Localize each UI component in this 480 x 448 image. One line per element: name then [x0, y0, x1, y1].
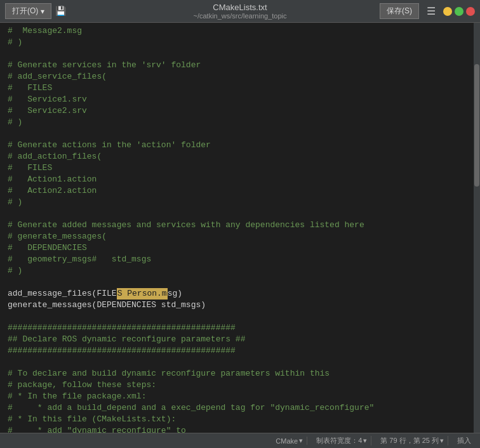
code-line: # DEPENDENCIES: [0, 242, 480, 254]
code-line: # add_service_files(: [0, 71, 480, 82]
language-label: CMake: [276, 437, 298, 445]
open-label: 打开(O): [12, 6, 38, 16]
statusbar: CMake ▾ 制表符宽度：4 ▾ 第 79 行，第 25 列 ▾ 插入: [0, 433, 480, 448]
code-line: [0, 48, 480, 60]
insert-mode-label: 插入: [457, 436, 471, 445]
code-line: # add_action_files(: [0, 151, 480, 162]
code-line: # FILES: [0, 162, 480, 174]
maximize-button[interactable]: [455, 7, 463, 16]
position-indicator[interactable]: 第 79 行，第 25 列 ▾: [377, 436, 448, 445]
code-line: # ): [0, 197, 480, 208]
code-line: # Service1.srv: [0, 94, 480, 105]
code-line: ## Declare ROS dynamic reconfigure param…: [0, 334, 480, 345]
code-line: # Generate services in the 'srv' folder: [0, 60, 480, 71]
highlighted-word: S Person.m: [117, 288, 168, 300]
code-line: # FILES: [0, 82, 480, 94]
insert-mode-indicator[interactable]: 插入: [453, 436, 475, 445]
code-line: ########################################…: [0, 322, 480, 334]
titlebar: 打开(O) ▾ 💾 CMakeLists.txt ~/catkin_ws/src…: [0, 0, 480, 23]
scrollbar-thumb[interactable]: [474, 64, 479, 187]
open-button[interactable]: 打开(O) ▾: [5, 3, 51, 19]
code-line: # ): [0, 37, 480, 48]
code-line: # geometry_msgs# std_msgs: [0, 254, 480, 265]
code-line: # Action1.action: [0, 174, 480, 185]
language-arrow-icon: ▾: [299, 437, 303, 445]
code-line: [0, 311, 480, 322]
code-line: # * add a build_depend and a exec_depend…: [0, 402, 480, 414]
code-line: add_message_files(FILES Person.msg): [0, 288, 480, 300]
code-line: # To declare and build dynamic reconfigu…: [0, 368, 480, 379]
code-line: # Generate added messages and services w…: [0, 220, 480, 231]
code-content[interactable]: # Message2.msg# ) # Generate services in…: [0, 23, 480, 433]
titlebar-center: CMakeLists.txt ~/catkin_ws/src/learning_…: [193, 3, 286, 20]
scrollbar-track[interactable]: [474, 23, 480, 433]
code-line: # generate_messages(: [0, 231, 480, 242]
code-line: # * In this file (CMakeLists.txt):: [0, 414, 480, 425]
language-indicator[interactable]: CMake ▾: [272, 437, 307, 445]
filepath-subtitle: ~/catkin_ws/src/learning_topic: [193, 12, 286, 20]
close-button[interactable]: [466, 7, 475, 16]
titlebar-right: 保存(S) ☰: [380, 3, 475, 19]
minimize-button[interactable]: [443, 7, 452, 16]
code-line: # Action2.action: [0, 185, 480, 197]
code-line: # Generate actions in the 'action' folde…: [0, 140, 480, 151]
floppy-icon: 💾: [55, 6, 65, 16]
code-line: # Service2.srv: [0, 105, 480, 117]
hamburger-menu-icon[interactable]: ☰: [423, 4, 439, 19]
code-line: ########################################…: [0, 345, 480, 357]
filename-title: CMakeLists.txt: [193, 3, 286, 12]
position-label: 第 79 行，第 25 列: [380, 436, 439, 445]
tab-arrow-icon: ▾: [363, 437, 367, 445]
code-line: # package, follow these steps:: [0, 379, 480, 391]
save-button[interactable]: 保存(S): [380, 3, 419, 19]
tab-width-label: 制表符宽度：4: [316, 436, 362, 445]
chevron-down-icon: ▾: [41, 7, 44, 16]
editor-area: # Message2.msg# ) # Generate services in…: [0, 23, 480, 433]
code-line: [0, 128, 480, 140]
window-controls: [443, 7, 475, 16]
tab-width-indicator[interactable]: 制表符宽度：4 ▾: [312, 436, 371, 445]
titlebar-left: 打开(O) ▾ 💾: [5, 3, 65, 19]
code-line: # ): [0, 117, 480, 128]
code-line: # ): [0, 265, 480, 277]
code-line: [0, 208, 480, 220]
code-line: # Message2.msg: [0, 25, 480, 37]
code-line: [0, 277, 480, 288]
code-line: # * add "dynamic_reconfigure" to: [0, 425, 480, 433]
position-arrow-icon: ▾: [440, 437, 444, 445]
code-line: generate_messages(DEPENDENCIES std_msgs): [0, 300, 480, 311]
code-line: # * In the file package.xml:: [0, 391, 480, 402]
code-line: [0, 357, 480, 368]
